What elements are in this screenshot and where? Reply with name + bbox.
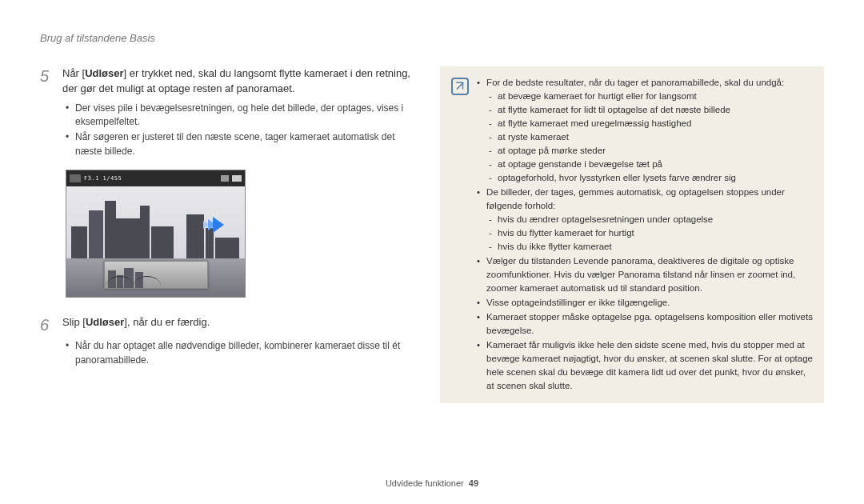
skyline-building [105, 201, 116, 258]
page: Brug af tilstandene Basis 5 Når [Udløser… [0, 0, 864, 504]
footer-page-number: 49 [469, 478, 478, 488]
skyline-building [140, 206, 150, 258]
step-6-body: Slip [Udløser], når du er færdig. [62, 315, 210, 330]
tip-item: For de bedste resultater, når du tager e… [477, 76, 813, 185]
tip-subitem: optageforhold, hvor lysstyrken eller lys… [486, 171, 813, 185]
step-5-number: 5 [40, 66, 54, 86]
step-5: 5 Når [Udløser] er trykket ned, skal du … [40, 66, 416, 97]
skyline-building [215, 238, 239, 258]
step-6-bold: Udløser [86, 316, 124, 328]
note-icon [451, 78, 469, 95]
skyline-building [89, 210, 103, 258]
tip-item: Kameraet får muligvis ikke hele den sids… [477, 338, 813, 393]
page-footer: Udvidede funktioner 49 [0, 478, 864, 488]
page-header: Brug af tilstandene Basis [40, 32, 824, 44]
tip-subitem: at bevæge kameraet for hurtigt eller for… [486, 90, 813, 103]
tip-subitem: at flytte kameraet for lidt til optagels… [486, 103, 813, 117]
skyline-building [71, 226, 87, 258]
camera-sky [66, 186, 245, 258]
camera-exposure-text: F3.1 1/455 [84, 175, 122, 182]
camera-mode-icon [70, 174, 81, 182]
camera-preview: F3.1 1/455 [66, 170, 246, 298]
step-5-prefix: Når [ [62, 67, 85, 79]
tip-box: For de bedste resultater, når du tager e… [440, 66, 824, 403]
left-column: 5 Når [Udløser] er trykket ned, skal du … [40, 66, 424, 403]
step-5-bullet-1: Der vises pile i bevægelsesretningen, og… [66, 102, 416, 130]
camera-battery-icon [232, 175, 242, 182]
step-6-bullet-1: Når du har optaget alle nødvendige bille… [66, 339, 416, 367]
step-5-bold: Udløser [85, 67, 123, 79]
tip-text: For de bedste resultater, når du tager e… [486, 78, 784, 87]
step-6-suffix: ], når du er færdig. [124, 316, 210, 328]
step-6-bullets: Når du har optaget alle nødvendige bille… [66, 339, 416, 367]
step-6-prefix: Slip [ [62, 316, 86, 328]
strip-bridge [106, 274, 162, 285]
tip-subitem: at ryste kameraet [486, 130, 813, 144]
tip-subitem: at optage genstande i bevægelse tæt på [486, 158, 813, 171]
tip-item: Vælger du tilstanden Levende panorama, d… [477, 254, 813, 295]
step-6-number: 6 [40, 315, 54, 334]
step-6: 6 Slip [Udløser], når du er færdig. [40, 315, 416, 334]
tip-content: For de bedste resultater, når du tager e… [477, 76, 813, 394]
step-5-bullets: Der vises pile i bevægelsesretningen, og… [66, 102, 416, 159]
tip-item: De billeder, der tages, gemmes automatis… [477, 186, 813, 254]
tip-subitem: at optage på mørke steder [486, 144, 813, 158]
skyline-building [116, 218, 140, 258]
content-columns: 5 Når [Udløser] er trykket ned, skal du … [40, 66, 824, 403]
right-column: For de bedste resultater, når du tager e… [440, 66, 824, 403]
camera-status-icon [221, 175, 229, 182]
tip-text: De billeder, der tages, gemmes automatis… [486, 187, 785, 210]
camera-top-bar: F3.1 1/455 [66, 170, 245, 186]
step-5-bullet-2: Når søgeren er justeret til den næste sc… [66, 130, 416, 158]
tip-subitem: hvis du ikke flytter kameraet [486, 240, 813, 254]
tip-subitem: hvis du ændrer optagelsesretningen under… [486, 213, 813, 226]
step-5-body: Når [Udløser] er trykket ned, skal du la… [62, 66, 416, 97]
tip-subitem: at flytte kameraet med uregelmæssig hast… [486, 117, 813, 130]
footer-section: Udvidede funktioner [386, 478, 464, 488]
skyline-building [151, 226, 174, 258]
tip-item: Kameraet stopper måske optagelse pga. op… [477, 310, 813, 338]
tip-subitem: hvis du flytter kameraet for hurtigt [486, 226, 813, 240]
skyline-building [186, 214, 204, 258]
direction-arrow-icon [213, 217, 224, 233]
panorama-preview-strip [104, 261, 208, 289]
tip-item: Visse optageindstillinger er ikke tilgæn… [477, 296, 813, 310]
